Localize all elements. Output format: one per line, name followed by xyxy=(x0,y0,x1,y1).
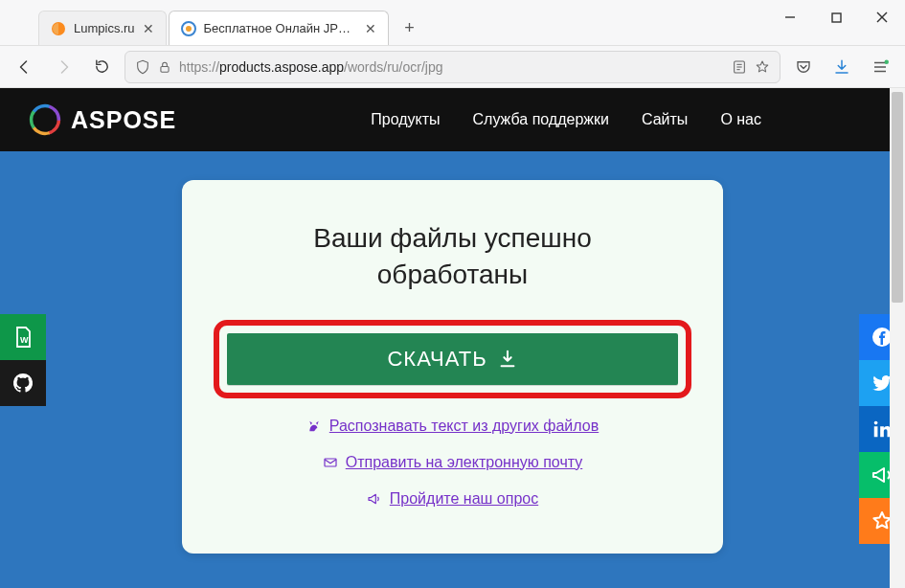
link-send-email[interactable]: Отправить на электронную почту xyxy=(209,454,696,471)
svg-point-27 xyxy=(874,421,878,425)
pocket-button[interactable] xyxy=(788,52,819,82)
svg-point-19 xyxy=(29,103,61,136)
reader-mode-icon[interactable] xyxy=(732,59,747,75)
close-icon[interactable]: ✕ xyxy=(143,21,154,36)
downloads-button[interactable] xyxy=(826,52,857,82)
minimize-button[interactable] xyxy=(767,0,813,34)
shield-icon[interactable] xyxy=(135,59,150,75)
svg-point-21 xyxy=(29,103,61,136)
file-word-icon: W xyxy=(11,326,34,349)
download-icon xyxy=(497,349,518,370)
svg-rect-26 xyxy=(874,426,878,437)
svg-point-18 xyxy=(29,103,61,136)
svg-point-2 xyxy=(186,26,192,32)
nav-link-sites[interactable]: Сайты xyxy=(642,111,688,128)
window-controls xyxy=(767,0,905,46)
brand[interactable]: ASPOSE xyxy=(29,103,176,136)
card-heading: Ваши файлы успешно обработаны xyxy=(209,220,696,293)
tab-label: Lumpics.ru xyxy=(74,21,135,35)
svg-point-20 xyxy=(29,103,61,136)
bookmark-star-icon[interactable] xyxy=(755,59,770,75)
download-label: СКАЧАТЬ xyxy=(387,347,486,372)
left-rail: W xyxy=(0,314,46,406)
card-links: Распознавать текст из других файлов Отпр… xyxy=(209,418,696,508)
browser-tab-lumpics[interactable]: Lumpics.ru ✕ xyxy=(38,11,167,45)
forward-button[interactable] xyxy=(48,52,79,82)
close-icon[interactable]: ✕ xyxy=(365,21,376,36)
envelope-icon xyxy=(323,455,338,470)
nav-link-support[interactable]: Служба поддержки xyxy=(473,111,609,128)
cat-icon xyxy=(306,418,322,434)
download-button[interactable]: СКАЧАТЬ xyxy=(227,333,678,385)
page-viewport: ASPOSE Продукты Служба поддержки Сайты О… xyxy=(0,88,905,588)
menu-button[interactable] xyxy=(865,52,895,82)
tab-label: Бесплатное Онлайн JPG OCR Р xyxy=(204,21,357,35)
favicon-lumpics xyxy=(51,21,66,36)
lock-icon[interactable] xyxy=(158,60,171,74)
back-button[interactable] xyxy=(10,52,40,82)
nav-link-products[interactable]: Продукты xyxy=(371,111,440,128)
bullhorn-icon xyxy=(367,491,382,507)
brand-text: ASPOSE xyxy=(71,106,176,134)
vertical-scrollbar[interactable] xyxy=(890,88,905,588)
browser-toolbar: https://products.aspose.app/words/ru/ocr… xyxy=(0,46,905,88)
close-window-button[interactable] xyxy=(859,0,905,34)
download-highlight: СКАЧАТЬ xyxy=(214,320,691,398)
reload-button[interactable] xyxy=(86,52,117,82)
svg-point-16 xyxy=(885,59,890,64)
result-card: Ваши файлы успешно обработаны СКАЧАТЬ Ра… xyxy=(182,180,723,554)
maximize-button[interactable] xyxy=(813,0,859,34)
svg-text:W: W xyxy=(20,335,29,345)
github-icon xyxy=(11,372,34,395)
plus-icon: + xyxy=(404,18,415,38)
svg-rect-7 xyxy=(161,66,169,72)
rail-github-button[interactable] xyxy=(0,360,46,406)
link-recognize-other[interactable]: Распознавать текст из других файлов xyxy=(209,418,696,435)
nav-link-about[interactable]: О нас xyxy=(720,111,761,128)
brand-swirl-icon xyxy=(29,103,61,136)
nav-links: Продукты Служба поддержки Сайты О нас xyxy=(371,111,761,128)
new-tab-button[interactable]: + xyxy=(396,14,423,41)
site-nav: ASPOSE Продукты Служба поддержки Сайты О… xyxy=(0,88,905,151)
tab-strip: Lumpics.ru ✕ Бесплатное Онлайн JPG OCR Р… xyxy=(0,0,423,45)
hero-section: Ваши файлы успешно обработаны СКАЧАТЬ Ра… xyxy=(0,151,905,588)
svg-rect-4 xyxy=(832,13,841,22)
favicon-aspose xyxy=(181,21,196,36)
scrollbar-thumb[interactable] xyxy=(892,92,903,303)
url-text: https://products.aspose.app/words/ru/ocr… xyxy=(179,59,443,75)
address-bar[interactable]: https://products.aspose.app/words/ru/ocr… xyxy=(124,51,781,83)
link-survey[interactable]: Пройдите наш опрос xyxy=(209,490,696,508)
window-titlebar: Lumpics.ru ✕ Бесплатное Онлайн JPG OCR Р… xyxy=(0,0,905,46)
browser-tab-aspose[interactable]: Бесплатное Онлайн JPG OCR Р ✕ xyxy=(169,11,389,45)
rail-word-button[interactable]: W xyxy=(0,314,46,360)
